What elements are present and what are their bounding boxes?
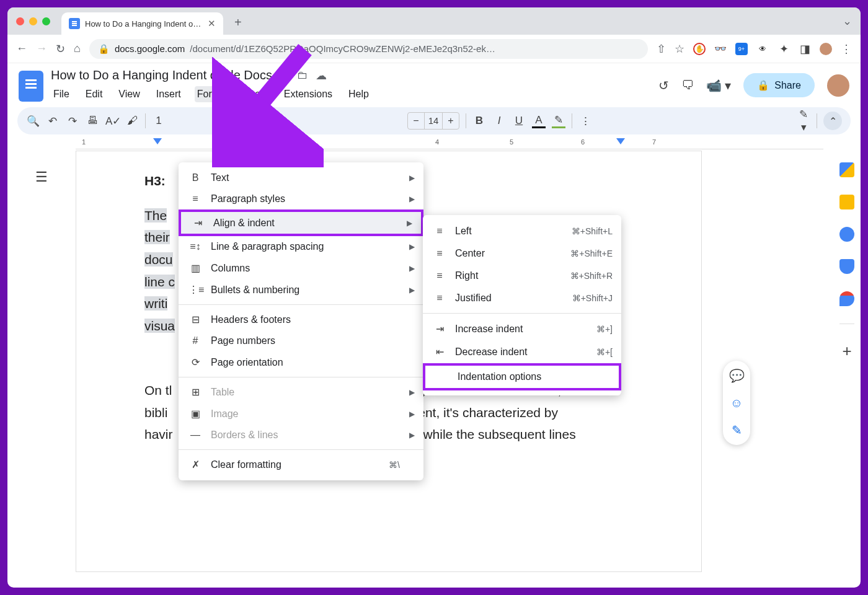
font-size-decrease[interactable]: − xyxy=(408,115,424,126)
history-icon[interactable]: ↺ xyxy=(658,78,669,93)
meet-icon[interactable]: 📹 ▾ xyxy=(706,78,732,93)
indent-marker-icon[interactable] xyxy=(153,138,162,144)
menu-item-icon: ≡ xyxy=(433,248,446,259)
add-addon-icon[interactable]: + xyxy=(842,342,851,361)
docs-logo[interactable] xyxy=(19,71,43,102)
menu-help[interactable]: Help xyxy=(346,86,371,102)
right-indent-marker-icon[interactable] xyxy=(616,138,625,144)
format-menu-bullets-numbering[interactable]: ⋮≡Bullets & numbering▶ xyxy=(179,279,423,301)
profile-avatar-icon[interactable] xyxy=(820,43,832,55)
bookmark-icon[interactable]: ☆ xyxy=(675,42,684,56)
maps-icon[interactable] xyxy=(839,291,854,306)
highlight-icon[interactable]: ✎ xyxy=(552,113,565,128)
keep-icon[interactable] xyxy=(839,195,854,209)
menu-view[interactable]: View xyxy=(116,86,142,102)
close-tab-icon[interactable]: ✕ xyxy=(208,18,216,29)
redo-icon[interactable]: ↷ xyxy=(66,115,79,128)
maximize-window[interactable] xyxy=(42,17,50,25)
align-menu-center[interactable]: ≡Center⌘+Shift+E xyxy=(423,242,621,265)
format-menu-clear-formatting[interactable]: ✗Clear formatting⌘\ xyxy=(179,454,423,475)
menu-item-label: Page numbers xyxy=(211,335,275,346)
align-menu-right[interactable]: ≡Right⌘+Shift+R xyxy=(423,265,621,287)
horizontal-ruler[interactable]: 1 4 5 6 7 xyxy=(76,137,823,149)
format-menu-page-numbers[interactable]: #Page numbers xyxy=(179,330,423,351)
sidepanel-icon[interactable]: ◨ xyxy=(799,43,811,55)
menu-item-icon: ≡ xyxy=(188,193,202,205)
menu-separator xyxy=(179,449,423,450)
new-tab-button[interactable]: + xyxy=(234,15,242,30)
align-menu-indentation-options[interactable]: Indentation options xyxy=(423,363,621,390)
shortcut-label: ⌘+Shift+E xyxy=(570,249,613,258)
lock-icon: 🔒 xyxy=(757,79,769,91)
tasks-icon[interactable] xyxy=(839,227,854,242)
minimize-window[interactable] xyxy=(29,17,37,25)
menu-item-label: Bullets & numbering xyxy=(211,284,299,296)
text-color-icon[interactable]: A xyxy=(532,114,546,128)
home-button[interactable]: ⌂ xyxy=(74,42,81,55)
back-button[interactable]: ← xyxy=(16,42,27,55)
share-url-icon[interactable]: ⇧ xyxy=(657,42,666,56)
font-size-stepper[interactable]: − 14 + xyxy=(407,112,459,130)
spellcheck-icon[interactable]: A✓ xyxy=(105,115,119,128)
format-menu-paragraph-styles[interactable]: ≡Paragraph styles▶ xyxy=(179,188,423,209)
chrome-menu-icon[interactable]: ⋮ xyxy=(841,42,852,56)
menu-item-label: Left xyxy=(455,226,472,237)
menu-insert[interactable]: Insert xyxy=(154,86,184,102)
svg-line-0 xyxy=(231,50,305,139)
comments-icon[interactable]: 🗨 xyxy=(681,78,694,92)
align-menu-justified[interactable]: ≡Justified⌘+Shift+J xyxy=(423,287,621,309)
tab-title: How to Do a Hanging Indent o… xyxy=(85,19,203,29)
undo-icon[interactable]: ↶ xyxy=(46,115,60,128)
format-menu-headers-footers[interactable]: ⊟Headers & footers xyxy=(179,309,423,330)
format-menu-line-paragraph-spacing[interactable]: ≡↕Line & paragraph spacing▶ xyxy=(179,236,423,257)
separator xyxy=(466,113,466,128)
outline-icon[interactable]: ☰ xyxy=(35,169,48,185)
contacts-icon[interactable] xyxy=(839,259,854,274)
share-button[interactable]: 🔒 Share xyxy=(743,73,815,97)
extension-icon[interactable]: 👓 xyxy=(714,43,727,55)
extensions-puzzle-icon[interactable]: ✦ xyxy=(777,43,790,55)
editing-mode-icon[interactable]: ✎ ▾ xyxy=(797,108,810,134)
menu-item-icon: ⊞ xyxy=(188,386,202,398)
close-window[interactable] xyxy=(16,17,24,25)
address-bar[interactable]: 🔒 docs.google.com/document/d/1EZ6Q52PROa… xyxy=(89,39,648,59)
suggest-edit-icon[interactable]: ✎ xyxy=(728,421,745,439)
submenu-arrow-icon: ▶ xyxy=(409,174,415,182)
collapse-toolbar-icon[interactable]: ⌃ xyxy=(823,112,842,130)
bold-icon[interactable]: B xyxy=(472,115,486,127)
italic-icon[interactable]: I xyxy=(492,115,506,127)
ublock-icon[interactable]: ✋ xyxy=(693,43,706,55)
align-menu-left[interactable]: ≡Left⌘+Shift+L xyxy=(423,220,621,242)
browser-tab[interactable]: How to Do a Hanging Indent o… ✕ xyxy=(61,12,223,35)
format-menu-page-orientation[interactable]: ⟳Page orientation xyxy=(179,351,423,373)
format-menu-text[interactable]: BText▶ xyxy=(179,167,423,188)
add-comment-icon[interactable]: 💬 xyxy=(728,367,745,384)
emoji-reaction-icon[interactable]: ☺ xyxy=(728,394,745,412)
menu-item-icon: ≡ xyxy=(433,293,446,304)
calendar-icon[interactable] xyxy=(839,162,854,177)
reload-button[interactable]: ↻ xyxy=(56,42,65,56)
format-menu-columns[interactable]: ▥Columns▶ xyxy=(179,257,423,279)
font-size-value[interactable]: 14 xyxy=(424,113,443,129)
menu-item-icon: ▥ xyxy=(188,262,202,274)
format-menu-align-indent[interactable]: ⇥Align & indent▶ xyxy=(179,209,423,236)
eye-icon[interactable]: 👁 xyxy=(756,43,769,55)
menu-edit[interactable]: Edit xyxy=(83,86,105,102)
format-menu-image: ▣Image▶ xyxy=(179,403,423,425)
underline-icon[interactable]: U xyxy=(512,115,526,127)
zoom-icon[interactable]: 1 xyxy=(152,115,166,127)
menu-file[interactable]: File xyxy=(51,86,72,102)
search-icon[interactable]: 🔍 xyxy=(26,115,40,128)
account-avatar[interactable] xyxy=(827,74,849,97)
print-icon[interactable]: 🖶 xyxy=(86,115,99,127)
align-menu-increase-indent[interactable]: ⇥Increase indent⌘+] xyxy=(423,317,621,340)
paint-format-icon[interactable]: 🖌 xyxy=(125,115,139,127)
menu-item-label: Decrease indent xyxy=(455,346,528,358)
font-size-increase[interactable]: + xyxy=(443,115,459,126)
align-menu-decrease-indent[interactable]: ⇤Decrease indent⌘+[ xyxy=(423,340,621,363)
side-panel: + xyxy=(839,162,854,361)
more-icon[interactable]: ⋮ xyxy=(578,115,592,128)
extension-badge-icon[interactable]: 9+ xyxy=(735,43,748,55)
tab-overflow-icon[interactable]: ⌄ xyxy=(843,14,852,28)
menu-item-icon: ⊟ xyxy=(188,314,202,325)
